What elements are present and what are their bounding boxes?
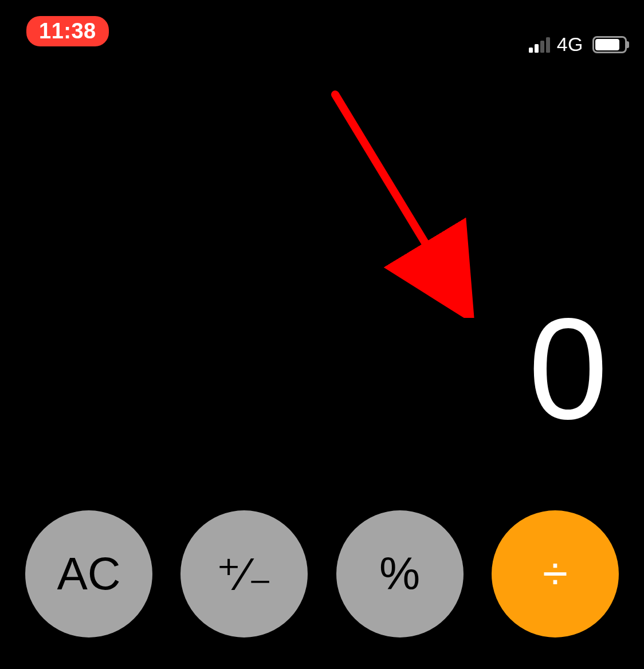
status-bar: 11:38 4G bbox=[0, 0, 644, 57]
clear-button[interactable]: AC bbox=[25, 510, 152, 637]
time-recording-badge[interactable]: 11:38 bbox=[26, 16, 109, 46]
annotation-arrow-icon bbox=[329, 89, 478, 318]
status-right-cluster: 4G bbox=[529, 33, 627, 56]
battery-fill bbox=[595, 39, 619, 50]
calculator-keypad-row: AC ⁺∕₋ % ÷ bbox=[25, 510, 619, 637]
network-type-label: 4G bbox=[557, 33, 583, 56]
sign-toggle-button[interactable]: ⁺∕₋ bbox=[180, 510, 308, 637]
svg-line-0 bbox=[335, 95, 450, 284]
percent-button[interactable]: % bbox=[336, 510, 464, 637]
cellular-signal-icon bbox=[529, 37, 550, 53]
battery-icon bbox=[592, 36, 627, 53]
calculator-display[interactable]: 0 bbox=[23, 298, 607, 441]
divide-button[interactable]: ÷ bbox=[492, 510, 619, 637]
